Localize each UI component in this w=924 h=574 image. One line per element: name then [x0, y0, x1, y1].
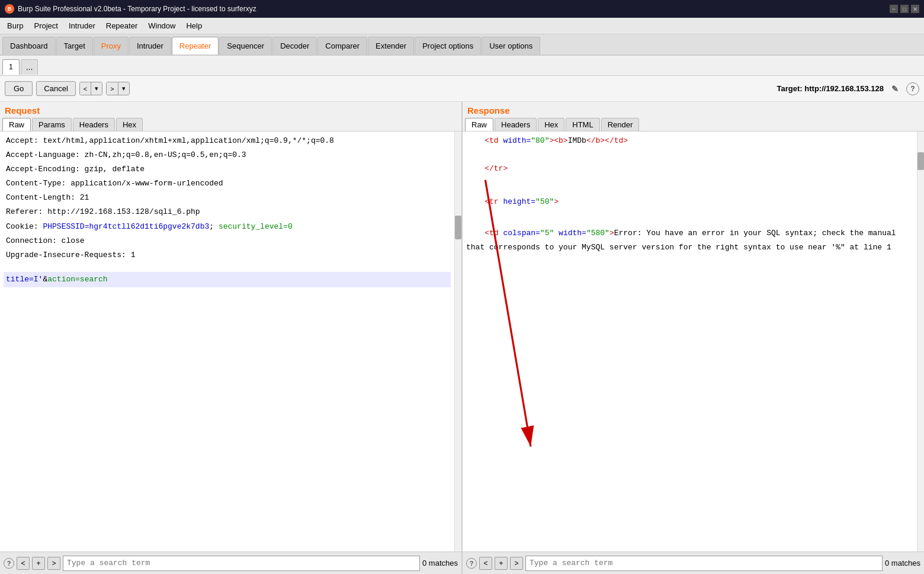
request-search-help-icon[interactable]: ? — [4, 558, 14, 569]
request-line-accept-enc: Accept-Encoding: gzip, deflate — [4, 162, 451, 177]
close-button[interactable]: ✕ — [911, 5, 919, 13]
request-post-data[interactable]: title=I'&action=search — [4, 272, 451, 287]
response-search-add-button[interactable]: + — [495, 557, 508, 570]
response-search-input[interactable] — [525, 556, 883, 571]
back-dropdown-button[interactable]: ▾ — [91, 82, 102, 95]
go-button[interactable]: Go — [5, 81, 33, 96]
menu-bar: Burp Project Intruder Repeater Window He… — [0, 18, 924, 34]
tab-repeater[interactable]: Repeater — [172, 37, 219, 54]
target-info: Target: http://192.168.153.128 ✎ ? — [777, 82, 919, 95]
main-area: Request Raw Params Headers Hex Accept: t… — [0, 102, 924, 574]
request-content-wrapper: Accept: text/html,application/xhtml+xml,… — [0, 132, 461, 551]
menu-window[interactable]: Window — [143, 20, 180, 32]
request-tab-raw[interactable]: Raw — [2, 118, 31, 131]
toolbar: Go Cancel < ▾ > ▾ Target: http://192.168… — [0, 76, 924, 102]
forward-nav-group: > ▾ — [106, 82, 129, 95]
response-tab-render[interactable]: Render — [601, 118, 640, 131]
app-title: Burp Suite Professional v2.0beta - Tempo… — [18, 5, 256, 13]
forward-button[interactable]: > — [107, 82, 118, 95]
back-button[interactable]: < — [80, 82, 91, 95]
request-search-prev-button[interactable]: < — [17, 557, 30, 570]
title-bar-left: B Burp Suite Professional v2.0beta - Tem… — [5, 4, 256, 14]
response-scroll-thumb[interactable] — [917, 152, 924, 170]
request-line-connection: Connection: close — [4, 234, 451, 248]
response-content[interactable]: <td width="80"><b>IMDb</b></td> </tr> <t… — [463, 132, 917, 551]
request-scrollbar[interactable] — [454, 132, 461, 551]
menu-project[interactable]: Project — [29, 20, 62, 32]
tab-user-options[interactable]: User options — [482, 37, 540, 54]
request-line-accept: Accept: text/html,application/xhtml+xml,… — [4, 134, 451, 148]
request-line-content-type: Content-Type: application/x-www-form-url… — [4, 177, 451, 191]
target-label: Target: http://192.168.153.128 — [777, 84, 884, 93]
response-search-prev-button[interactable]: < — [479, 557, 492, 570]
request-scroll-thumb[interactable] — [455, 216, 461, 239]
tab-dashboard[interactable]: Dashboard — [2, 37, 56, 54]
response-search-next-button[interactable]: > — [510, 557, 523, 570]
response-search-bar: ? < + > 0 matches — [463, 551, 924, 574]
cookie-phpsessid: PHPSESSID=hgr4tctll62d1ti6pgve2k7db3 — [43, 222, 209, 231]
tab-project-options[interactable]: Project options — [415, 37, 481, 54]
response-tab-headers[interactable]: Headers — [495, 118, 537, 131]
post-data-title: title=I' — [6, 275, 43, 284]
title-bar-controls[interactable]: − □ ✕ — [890, 5, 919, 13]
tab-comparer[interactable]: Comparer — [317, 37, 367, 54]
app-logo: B — [5, 4, 14, 14]
request-search-matches: 0 matches — [422, 559, 458, 567]
repeater-tab-1[interactable]: 1 — [2, 59, 20, 75]
request-panel: Request Raw Params Headers Hex Accept: t… — [0, 102, 463, 574]
request-tab-params[interactable]: Params — [32, 118, 72, 131]
repeater-tab-bar: 1 ... — [0, 56, 924, 76]
minimize-button[interactable]: − — [890, 5, 898, 13]
request-search-input[interactable] — [63, 556, 420, 571]
tab-target[interactable]: Target — [56, 37, 93, 54]
title-bar: B Burp Suite Professional v2.0beta - Tem… — [0, 0, 924, 18]
response-scrollbar[interactable] — [917, 132, 924, 551]
request-line-accept-lang: Accept-Language: zh-CN,zh;q=0.8,en-US;q=… — [4, 148, 451, 162]
menu-intruder[interactable]: Intruder — [64, 20, 100, 32]
maximize-button[interactable]: □ — [900, 5, 909, 13]
tab-intruder[interactable]: Intruder — [129, 37, 171, 54]
tab-decoder[interactable]: Decoder — [272, 37, 317, 54]
request-line-cookie: Cookie: PHPSESSID=hgr4tctll62d1ti6pgve2k… — [4, 220, 451, 234]
tab-sequencer[interactable]: Sequencer — [219, 37, 272, 54]
response-line-2: </tr> — [466, 147, 913, 182]
repeater-tab-more[interactable]: ... — [21, 59, 38, 75]
request-line-upgrade: Upgrade-Insecure-Requests: 1 — [4, 248, 451, 262]
post-data-action: action=search — [47, 275, 107, 284]
request-line-referer: Referer: http://192.168.153.128/sqli_6.p… — [4, 205, 451, 219]
request-tab-headers[interactable]: Headers — [73, 118, 115, 131]
request-title: Request — [0, 102, 461, 118]
response-tab-html[interactable]: HTML — [566, 118, 599, 131]
response-line-3: <tr height="50"> — [466, 183, 913, 216]
request-content[interactable]: Accept: text/html,application/xhtml+xml,… — [0, 132, 454, 551]
response-search-matches: 0 matches — [885, 559, 920, 567]
request-search-next-button[interactable]: > — [47, 557, 60, 570]
response-line-1: <td width="80"><b>IMDb</b></td> — [466, 134, 913, 147]
request-search-bar: ? < + > 0 matches — [0, 551, 461, 574]
response-tab-bar: Raw Headers Hex HTML Render — [463, 118, 924, 132]
response-title: Response — [463, 102, 924, 118]
cancel-button[interactable]: Cancel — [36, 81, 75, 96]
forward-dropdown-button[interactable]: ▾ — [118, 82, 129, 95]
tab-proxy[interactable]: Proxy — [94, 37, 129, 54]
menu-burp[interactable]: Burp — [2, 20, 28, 32]
help-icon[interactable]: ? — [906, 82, 919, 95]
response-line-4: <td colspan="5" width="580">Error: You h… — [466, 216, 913, 254]
request-spacer — [4, 262, 451, 272]
response-tab-raw[interactable]: Raw — [465, 118, 493, 131]
request-line-content-length: Content-Length: 21 — [4, 191, 451, 205]
cookie-security-level: security_level=0 — [219, 222, 293, 231]
menu-repeater[interactable]: Repeater — [101, 20, 142, 32]
request-search-add-button[interactable]: + — [32, 557, 45, 570]
response-content-wrapper: <td width="80"><b>IMDb</b></td> </tr> <t… — [463, 132, 924, 551]
back-nav-group: < ▾ — [79, 82, 102, 95]
tab-extender[interactable]: Extender — [368, 37, 414, 54]
edit-target-icon[interactable]: ✎ — [888, 82, 901, 95]
request-tab-bar: Raw Params Headers Hex — [0, 118, 461, 132]
response-panel: Response Raw Headers Hex HTML Render <td… — [463, 102, 924, 574]
request-tab-hex[interactable]: Hex — [116, 118, 143, 131]
response-content-area: <td width="80"><b>IMDb</b></td> </tr> <t… — [463, 132, 917, 551]
menu-help[interactable]: Help — [181, 20, 207, 32]
response-search-help-icon[interactable]: ? — [466, 558, 477, 569]
response-tab-hex[interactable]: Hex — [538, 118, 564, 131]
